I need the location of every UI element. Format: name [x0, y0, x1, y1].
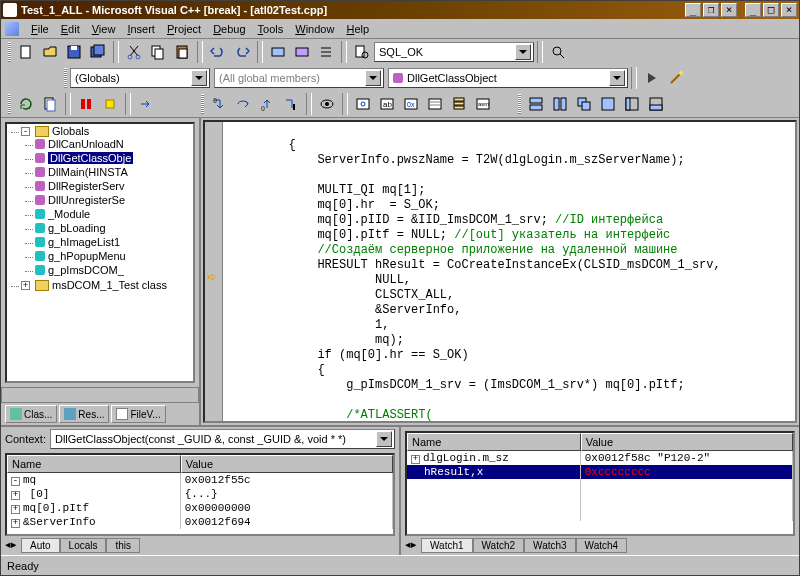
table-row[interactable]: +dlgLogin.m_sz0x0012f58c "P120-2": [407, 451, 793, 465]
new-button[interactable]: [15, 41, 37, 63]
menu-insert[interactable]: Insert: [121, 21, 161, 37]
menu-view[interactable]: View: [86, 21, 122, 37]
copy-button[interactable]: [147, 41, 169, 63]
menu-file[interactable]: File: [25, 21, 55, 37]
undo-button[interactable]: [207, 41, 229, 63]
tile-v-button[interactable]: [549, 93, 571, 115]
members-combo[interactable]: (All global members): [214, 68, 384, 88]
tab-auto[interactable]: Auto: [21, 538, 60, 553]
variables-panel: Context: DllGetClassObject(const _GUID &…: [1, 427, 401, 555]
mdi-restore-button[interactable]: ❐: [703, 3, 719, 17]
find-combo-drop[interactable]: [515, 44, 531, 60]
maximize-button[interactable]: □: [763, 3, 779, 17]
run-to-cursor-button[interactable]: [280, 93, 302, 115]
memory-button[interactable]: [424, 93, 446, 115]
menu-project[interactable]: Project: [161, 21, 207, 37]
close-button[interactable]: ×: [781, 3, 797, 17]
find-button[interactable]: [547, 41, 569, 63]
open-button[interactable]: [39, 41, 61, 63]
output-button[interactable]: [291, 41, 313, 63]
step-over-button[interactable]: [232, 93, 254, 115]
tree-globals-node[interactable]: - Globals: [21, 125, 193, 137]
tab-this[interactable]: this: [106, 538, 140, 553]
tree-hscroll[interactable]: [1, 387, 199, 403]
gutter[interactable]: ➪: [205, 122, 223, 421]
menu-debug[interactable]: Debug: [207, 21, 251, 37]
tree-item[interactable]: DllCanUnloadN: [35, 138, 193, 150]
tree-next-node[interactable]: + msDCOM_1_Test class: [21, 279, 193, 291]
show-next-button[interactable]: [135, 93, 157, 115]
step-out-button[interactable]: {}: [256, 93, 278, 115]
tree-item[interactable]: DllMain(HINSTA: [35, 166, 193, 178]
paste-button[interactable]: [171, 41, 193, 63]
break-button[interactable]: [75, 93, 97, 115]
svg-text:{}: {}: [261, 105, 265, 111]
tab-watch4[interactable]: Watch4: [576, 538, 628, 553]
cascade-button[interactable]: [573, 93, 595, 115]
tree-item[interactable]: DllGetClassObje: [35, 152, 193, 164]
debug-area: Context: DllGetClassObject(const _GUID &…: [1, 425, 799, 555]
go-button[interactable]: [641, 67, 663, 89]
tree-item[interactable]: DllUnregisterSe: [35, 194, 193, 206]
step-into-button[interactable]: {}: [208, 93, 230, 115]
mdi-close-button[interactable]: ×: [721, 3, 737, 17]
menu-tools[interactable]: Tools: [252, 21, 290, 37]
registers-button[interactable]: 0x: [400, 93, 422, 115]
tile-h-button[interactable]: [525, 93, 547, 115]
tab-resourceview[interactable]: Res...: [59, 405, 109, 423]
tree-item[interactable]: g_pImsDCOM_: [35, 264, 193, 276]
scope-combo[interactable]: (Globals): [70, 68, 210, 88]
mdi-min-button[interactable]: _: [685, 3, 701, 17]
saveall-button[interactable]: [87, 41, 109, 63]
layout1-button[interactable]: [621, 93, 643, 115]
minimize-button[interactable]: _: [745, 3, 761, 17]
wand-button[interactable]: [665, 67, 687, 89]
watch-button[interactable]: [352, 93, 374, 115]
menu-help[interactable]: Help: [340, 21, 375, 37]
svg-rect-34: [454, 98, 464, 101]
callstack-button[interactable]: [448, 93, 470, 115]
apply-code-button[interactable]: [99, 93, 121, 115]
variables-table[interactable]: Name Value -mq0x0012f55c+ [0]{...}+mq[0]…: [5, 453, 395, 536]
grip[interactable]: [8, 42, 11, 62]
redo-button[interactable]: [231, 41, 253, 63]
table-row[interactable]: +&ServerInfo0x0012f694: [7, 515, 393, 529]
tab-locals[interactable]: Locals: [60, 538, 107, 553]
table-row[interactable]: + [0]{...}: [7, 487, 393, 501]
tab-classview[interactable]: Clas...: [5, 405, 57, 423]
watch-table[interactable]: Name Value +dlgLogin.m_sz0x0012f58c "P12…: [405, 431, 795, 536]
tab-watch1[interactable]: Watch1: [421, 538, 473, 553]
layout2-button[interactable]: [645, 93, 667, 115]
context-combo[interactable]: DllGetClassObject(const _GUID &, const _…: [50, 429, 395, 449]
quickwatch-button[interactable]: [316, 93, 338, 115]
tab-watch2[interactable]: Watch2: [473, 538, 525, 553]
table-row[interactable]: hResult,x0xcccccccc: [407, 465, 793, 479]
table-row[interactable]: +mq[0].pItf0x00000000: [7, 501, 393, 515]
disasm-button[interactable]: asm: [472, 93, 494, 115]
tree-item[interactable]: g_hPopupMenu: [35, 250, 193, 262]
stop-debug-button[interactable]: [39, 93, 61, 115]
variables-button[interactable]: ab: [376, 93, 398, 115]
tree-item[interactable]: DllRegisterServ: [35, 180, 193, 192]
tree-item[interactable]: _Module: [35, 208, 193, 220]
source-code[interactable]: { ServerInfo.pwszName = T2W(dlgLogin.m_s…: [225, 134, 795, 423]
tab-fileview[interactable]: FileV...: [111, 405, 165, 423]
list-button[interactable]: [315, 41, 337, 63]
tree-item[interactable]: g_hImageList1: [35, 236, 193, 248]
code-editor[interactable]: ➪ { ServerInfo.pwszName = T2W(dlgLogin.m…: [203, 120, 797, 423]
find-combo[interactable]: SQL_OK: [374, 42, 534, 62]
restart-debug-button[interactable]: [15, 93, 37, 115]
fullscreen-button[interactable]: [597, 93, 619, 115]
table-row[interactable]: -mq0x0012f55c: [7, 473, 393, 487]
find-in-files-button[interactable]: [351, 41, 373, 63]
tab-watch3[interactable]: Watch3: [524, 538, 576, 553]
workspace-button[interactable]: [267, 41, 289, 63]
cut-button[interactable]: [123, 41, 145, 63]
menu-window[interactable]: Window: [289, 21, 340, 37]
tree-item[interactable]: g_bLoading: [35, 222, 193, 234]
class-tree[interactable]: - Globals DllCanUnloadNDllGetClassObjeDl…: [5, 122, 195, 383]
save-button[interactable]: [63, 41, 85, 63]
svg-rect-44: [582, 102, 590, 110]
function-combo[interactable]: DllGetClassObject: [388, 68, 628, 88]
menu-edit[interactable]: Edit: [55, 21, 86, 37]
